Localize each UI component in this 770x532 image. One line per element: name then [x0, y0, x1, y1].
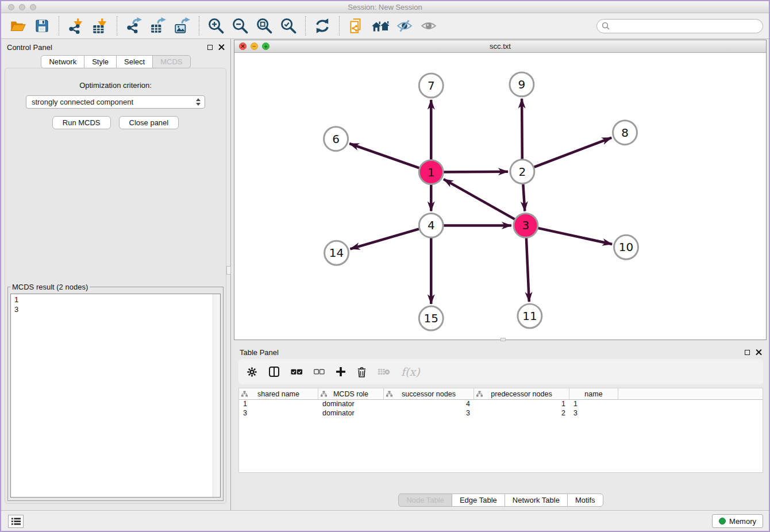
run-mcds-button[interactable]: Run MCDS [52, 116, 111, 129]
export-network-button[interactable] [123, 15, 145, 37]
hide-selected-button[interactable] [394, 15, 415, 37]
tab-select[interactable]: Select [116, 55, 153, 68]
column-header-predecessor-nodes[interactable]: predecessor nodes [474, 388, 569, 399]
network-window-titlebar[interactable]: ✕ − ＋ scc.txt [234, 40, 766, 53]
table-toolbar: f(x) [238, 359, 763, 384]
tab-node-table[interactable]: Node Table [398, 494, 452, 507]
edge-2-8[interactable] [522, 138, 611, 172]
tab-network[interactable]: Network [41, 55, 84, 68]
graph-node-9[interactable]: 9 [510, 72, 534, 97]
tab-style[interactable]: Style [84, 55, 117, 68]
network-canvas[interactable]: 7968124314101511 [234, 53, 766, 340]
graph-node-8[interactable]: 8 [613, 121, 637, 145]
column-header-mcds-role[interactable]: MCDS role [318, 388, 384, 399]
houses-button[interactable] [369, 15, 391, 37]
graph-node-14[interactable]: 14 [325, 241, 349, 265]
graph-node-6[interactable]: 6 [324, 127, 348, 151]
horizontal-split-grip[interactable] [500, 338, 506, 341]
edge-3-10[interactable] [526, 225, 612, 244]
apply-layout-button[interactable] [311, 15, 333, 37]
zoom-fit-icon [256, 17, 273, 34]
new-network-button[interactable] [345, 15, 367, 37]
zoom-fit-button[interactable] [253, 15, 275, 37]
column-header-successor-nodes[interactable]: successor nodes [384, 388, 474, 399]
node-table[interactable]: shared nameMCDS rolesuccessor nodesprede… [238, 388, 763, 473]
toolbar-separator [117, 16, 117, 36]
delete-table-button[interactable] [378, 368, 390, 376]
graph-node-1[interactable]: 1 [419, 160, 443, 184]
graph-node-15[interactable]: 15 [419, 306, 443, 330]
tab-motifs[interactable]: Motifs [567, 494, 603, 507]
edge-1-6[interactable] [349, 144, 431, 172]
zoom-in-button[interactable] [205, 15, 227, 37]
network-window: ✕ − ＋ scc.txt 7968124314101511 [234, 40, 767, 340]
panel-split-grip[interactable] [226, 266, 231, 275]
close-panel-icon[interactable] [218, 44, 225, 51]
export-table-button[interactable] [147, 15, 169, 37]
import-table-icon [91, 17, 109, 34]
control-panel: Control Panel NetworkStyleSelectMCDS Opt… [1, 39, 231, 510]
export-image-button[interactable] [171, 15, 193, 37]
table-cell: 1 [239, 400, 318, 409]
status-bar: Memory [1, 510, 769, 531]
delete-column-button[interactable] [357, 367, 367, 377]
function-builder-icon[interactable]: f(x) [401, 365, 420, 378]
edge-3-1[interactable] [444, 179, 526, 226]
float-panel-icon[interactable] [207, 45, 213, 50]
graph-node-7[interactable]: 7 [419, 74, 443, 98]
svg-text:6: 6 [332, 132, 340, 146]
search-field[interactable] [596, 19, 763, 33]
table-settings-button[interactable] [247, 367, 257, 377]
graph-node-10[interactable]: 10 [614, 235, 638, 259]
control-panel-tabs: NetworkStyleSelectMCDS [1, 55, 230, 68]
close-panel-button[interactable]: Close panel [119, 116, 179, 129]
zoom-out-icon [232, 17, 249, 34]
criterion-select[interactable]: strongly connected component [26, 95, 205, 109]
save-session-button[interactable] [31, 15, 53, 37]
zoom-selected-icon [280, 17, 297, 34]
tab-edge-table[interactable]: Edge Table [452, 494, 505, 507]
import-table-button[interactable] [89, 15, 111, 37]
houses-icon [371, 17, 390, 34]
control-panel-header: Control Panel [1, 39, 230, 55]
eye-icon [420, 17, 437, 34]
table-row[interactable]: 3dominator323 [239, 409, 763, 418]
application-window: Session: New Session [0, 0, 770, 532]
table-tabs: Node TableEdge TableNetwork TableMotifs [234, 494, 768, 507]
open-session-button[interactable] [7, 15, 29, 37]
graph-node-11[interactable]: 11 [518, 304, 542, 328]
gear-icon [247, 367, 257, 377]
tab-mcds[interactable]: MCDS [152, 55, 190, 68]
memory-button[interactable]: Memory [712, 514, 763, 528]
control-panel-title: Control Panel [7, 43, 207, 52]
mcds-result-scrollbar[interactable] [213, 294, 220, 497]
graph-node-3[interactable]: 3 [514, 213, 538, 237]
zoom-selected-button[interactable] [278, 15, 299, 37]
show-columns-button[interactable] [268, 366, 280, 377]
task-history-button[interactable] [8, 515, 24, 528]
add-column-button[interactable] [336, 367, 346, 377]
graph-node-4[interactable]: 4 [419, 213, 443, 237]
zoom-out-button[interactable] [229, 15, 251, 37]
toolbar-separator [339, 16, 340, 36]
network-title: scc.txt [234, 42, 766, 51]
column-header-name[interactable]: name [569, 388, 618, 399]
svg-text:1: 1 [428, 165, 435, 179]
import-network-icon [67, 17, 84, 34]
close-panel-icon[interactable] [756, 349, 762, 356]
toolbar-separator [59, 16, 59, 36]
float-panel-icon[interactable] [745, 350, 750, 355]
table-row[interactable]: 1dominator411 [239, 400, 763, 409]
refresh-layout-icon [314, 17, 331, 34]
search-input[interactable] [613, 22, 758, 30]
column-label: name [584, 390, 602, 398]
show-hidden-button[interactable] [418, 15, 440, 37]
export-table-icon [149, 17, 167, 34]
column-header-shared-name[interactable]: shared name [239, 388, 318, 399]
select-all-button[interactable] [291, 368, 303, 376]
mcds-result-group: MCDS result (2 nodes) 1 3 [7, 283, 224, 501]
graph-node-2[interactable]: 2 [510, 160, 534, 184]
tab-network-table[interactable]: Network Table [505, 494, 568, 507]
deselect-all-button[interactable] [314, 369, 325, 375]
import-network-button[interactable] [65, 15, 87, 37]
